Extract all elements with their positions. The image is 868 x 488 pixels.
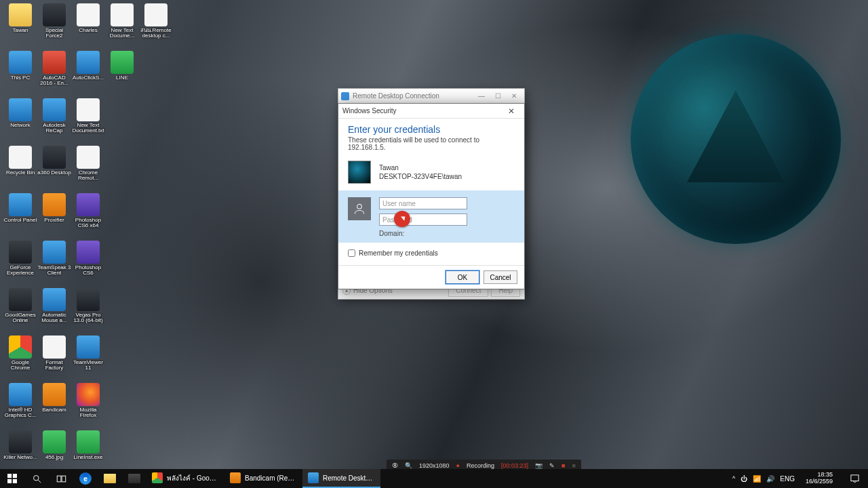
app-label: Remote Desktop C... (323, 474, 375, 482)
desktop-icon[interactable]: Tawan (3, 3, 37, 48)
desktop-icon[interactable]: New Text Docume... (105, 3, 139, 48)
desktop-icon[interactable]: สนน.Remote desktop c... (139, 3, 173, 48)
taskbar: e พลังไงค์ - Google C...Bandicam (Regist… (0, 469, 868, 488)
desktop-icon[interactable]: Google Chrome (3, 336, 37, 380)
icon-label: This PC (11, 75, 30, 81)
minimize-button[interactable]: — (474, 91, 489, 102)
domain-label: Domain: (379, 230, 515, 237)
icon-label: Automatic Mouse a... (37, 312, 71, 324)
desktop-icon[interactable]: This PC (3, 51, 37, 96)
svg-line-6 (38, 480, 41, 483)
app-icon (9, 336, 32, 359)
rdc-titlebar[interactable]: Remote Desktop Connection — ☐ ✕ (338, 89, 524, 104)
taskbar-app[interactable]: Remote Desktop C... (302, 469, 380, 488)
saved-user-domain: DESKTOP-323V4FE\tawan (379, 173, 462, 180)
cancel-button[interactable]: Cancel (484, 270, 517, 284)
date-text: 16/6/2559 (806, 479, 833, 485)
svg-rect-2 (13, 474, 17, 478)
svg-rect-9 (850, 474, 858, 481)
saved-account-row[interactable]: Tawan DESKTOP-323V4FE\tawan (348, 161, 515, 184)
app-icon (9, 146, 32, 169)
icon-label: Special Force2 (37, 28, 71, 39)
volume-icon[interactable]: 🔊 (766, 475, 774, 483)
desktop-icon[interactable]: New Text Document.txt (71, 98, 105, 143)
network-icon[interactable]: 📶 (753, 475, 761, 483)
taskbar-app[interactable]: Bandicam (Register... (224, 469, 302, 488)
rdc-title: Remote Desktop Connection (353, 92, 439, 100)
icon-label: LineInst.exe (73, 455, 102, 460)
icon-label: a360 Desktop (37, 170, 71, 176)
file-explorer-button[interactable] (98, 469, 122, 488)
icon-label: Bandicam (42, 407, 66, 413)
language-indicator[interactable]: ENG (780, 475, 795, 483)
desktop-icon[interactable]: Special Force2 (37, 3, 71, 48)
desktop-icon[interactable]: Charles (71, 3, 105, 48)
taskbar-app[interactable]: พลังไงค์ - Google C... (146, 469, 224, 488)
remember-credentials-row[interactable]: Remember my credentials (348, 249, 515, 257)
desktop-icon[interactable]: a360 Desktop (37, 146, 71, 190)
desktop-icon[interactable]: AutoCAD 2016 - En... (37, 51, 71, 96)
desktop-icon[interactable]: Network (3, 98, 37, 143)
app-icon (43, 383, 66, 406)
task-view-button[interactable] (49, 469, 73, 488)
tray-overflow-icon[interactable]: ^ (732, 475, 735, 482)
other-account-panel: Domain: (338, 190, 524, 243)
app-icon (9, 193, 32, 216)
app-icon (9, 383, 32, 406)
desktop-icon[interactable]: Vegas Pro 13.0 (64-bit) (71, 288, 105, 333)
close-icon[interactable]: ✕ (502, 106, 520, 116)
icon-label: Proxifier (44, 218, 64, 223)
icon-label: Google Chrome (3, 360, 37, 371)
start-button[interactable] (0, 469, 24, 488)
desktop[interactable]: TawanSpecial Force2CharlesNew Text Docum… (0, 0, 868, 469)
ok-button[interactable]: OK (446, 270, 479, 284)
desktop-icon[interactable]: Mozilla Firefox (71, 383, 105, 428)
close-button[interactable]: ✕ (507, 91, 521, 102)
avatar (348, 161, 371, 184)
desktop-icon[interactable]: Autodesk ReCap (37, 98, 71, 143)
search-button[interactable] (24, 469, 49, 488)
desktop-icon[interactable]: Format Factory (37, 336, 71, 380)
clock[interactable]: 18:35 16/6/2559 (800, 472, 838, 485)
desktop-icon[interactable]: AutoClickS... (71, 51, 105, 96)
red-sq-icon: ■ (561, 462, 565, 469)
icon-label: New Text Docume... (105, 28, 139, 39)
password-input[interactable] (379, 214, 467, 226)
pencil-icon: ✎ (549, 462, 555, 469)
icon-label: Charles (79, 28, 98, 33)
desktop-icon[interactable]: Recycle Bin (3, 146, 37, 190)
system-tray[interactable]: ^ ⏻ 📶 🔊 ENG 18:35 16/6/2559 (730, 469, 868, 488)
desktop-icon[interactable]: Automatic Mouse a... (37, 288, 71, 333)
icon-label: Photoshop CS6 (71, 265, 105, 277)
maximize-button[interactable]: ☐ (490, 91, 505, 102)
tray-icon[interactable]: ⏻ (741, 475, 747, 483)
desktop-icons-grid: TawanSpecial Force2CharlesNew Text Docum… (0, 0, 207, 478)
desktop-icon[interactable]: GoodGames Online (3, 288, 37, 333)
remember-checkbox[interactable] (348, 249, 355, 257)
sec-titlebar[interactable]: Windows Security ✕ (338, 104, 524, 119)
desktop-icon[interactable]: Photoshop CS6 x64 (71, 193, 105, 238)
store-button[interactable] (122, 469, 146, 488)
desktop-icon[interactable]: LINE (105, 51, 139, 96)
search-small-icon: 🔍 (405, 462, 412, 469)
rdc-icon (341, 92, 349, 100)
recording-label: Recording (467, 462, 494, 469)
desktop-icon[interactable]: Photoshop CS6 (71, 241, 105, 285)
desktop-icon[interactable]: Control Panel (3, 193, 37, 238)
app-icon (9, 3, 32, 26)
icon-label: Intel® HD Graphics C... (3, 407, 37, 419)
desktop-icon[interactable]: Bandicam (37, 383, 71, 428)
desktop-icon[interactable]: GeForce Experience (3, 241, 37, 285)
app-icon (9, 98, 32, 121)
desktop-icon[interactable]: TeamSpeak 3 Client (37, 241, 71, 285)
app-icon (77, 288, 100, 311)
action-center-button[interactable] (844, 474, 865, 484)
desktop-icon[interactable]: Chrome Remot... (71, 146, 105, 190)
desktop-icon[interactable]: TeamViewer 11 (71, 336, 105, 380)
icon-label: สนน.Remote desktop c... (139, 28, 173, 39)
username-input[interactable] (379, 197, 467, 209)
app-icon (77, 193, 100, 216)
desktop-icon[interactable]: Intel® HD Graphics C... (3, 383, 37, 428)
edge-button[interactable]: e (73, 469, 98, 488)
desktop-icon[interactable]: Proxifier (37, 193, 71, 238)
